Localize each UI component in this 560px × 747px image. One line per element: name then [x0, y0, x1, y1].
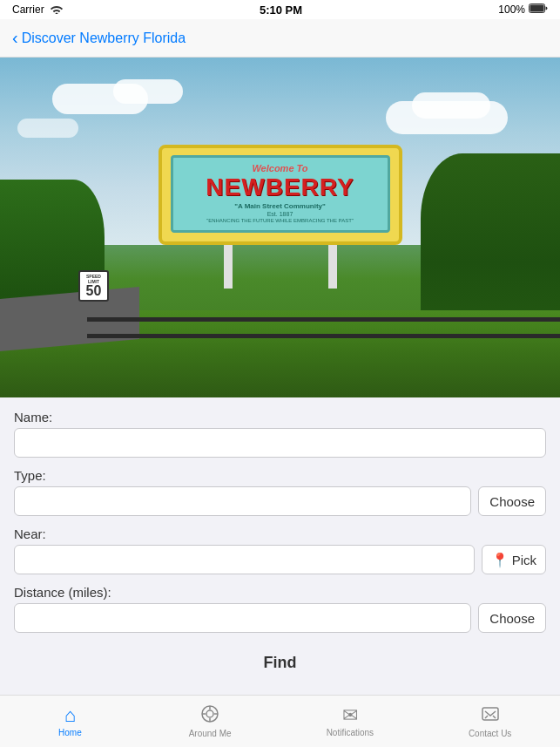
svg-rect-2: [530, 5, 543, 12]
contact-us-icon: [481, 704, 500, 726]
status-left: Carrier: [12, 3, 64, 17]
home-icon: ⌂: [64, 706, 76, 725]
type-input[interactable]: [14, 486, 471, 516]
sign-board: Welcome To NEWBERRY "A Main Street Commu…: [159, 145, 402, 245]
status-right: 100%: [498, 3, 548, 16]
near-row: Near: 📍 Pick: [14, 526, 546, 574]
speed-sign: SPEED LIMIT 50: [78, 270, 109, 302]
carrier-label: Carrier: [12, 3, 44, 16]
tab-contact-us[interactable]: Contact Us: [420, 696, 560, 747]
status-bar: Carrier 5:10 PM 100%: [0, 0, 560, 19]
tab-notifications-label: Notifications: [327, 728, 374, 737]
fence-rail: [87, 334, 560, 338]
svg-point-0: [55, 12, 57, 14]
pin-icon: 📍: [491, 552, 509, 568]
back-button[interactable]: ‹ Discover Newberry Florida: [12, 28, 186, 48]
near-input-row: 📍 Pick: [14, 545, 546, 574]
tab-bar: ⌂ Home Around Me ✉ Notifications: [0, 695, 560, 747]
name-label: Name:: [14, 410, 546, 424]
svg-line-11: [485, 716, 488, 718]
distance-label: Distance (miles):: [14, 585, 546, 600]
find-button[interactable]: Find: [238, 647, 323, 679]
near-input[interactable]: [14, 545, 475, 574]
sign-est: Est. 1887: [180, 211, 381, 217]
name-row: Name:: [14, 410, 546, 458]
sign-inner: Welcome To NEWBERRY "A Main Street Commu…: [171, 155, 390, 233]
tab-contact-us-label: Contact Us: [469, 729, 511, 738]
distance-input[interactable]: [14, 603, 471, 633]
tab-home[interactable]: ⌂ Home: [0, 696, 140, 747]
tab-notifications[interactable]: ✉ Notifications: [280, 696, 421, 747]
back-label: Discover Newberry Florida: [22, 31, 186, 46]
sign-posts: [159, 245, 402, 289]
hero-image: SPEED LIMIT 50 Welcome To NEWBERRY "A Ma…: [0, 58, 560, 397]
tab-around-me-label: Around Me: [189, 729, 232, 738]
cloud: [412, 92, 490, 119]
welcome-sign: Welcome To NEWBERRY "A Main Street Commu…: [159, 145, 402, 289]
cloud: [113, 79, 183, 104]
svg-rect-9: [482, 708, 498, 720]
wifi-symbol: [50, 3, 64, 17]
around-me-icon: [200, 704, 219, 726]
status-time: 5:10 PM: [260, 3, 302, 17]
battery-percent: 100%: [498, 3, 525, 16]
fence: [87, 310, 560, 345]
distance-input-row: Choose: [14, 603, 546, 633]
sign-welcome: Welcome To: [180, 163, 381, 173]
type-row: Type: Choose: [14, 468, 546, 516]
search-form: Name: Type: Choose Near: 📍 Pick Distance…: [0, 397, 560, 695]
sign-tagline: "A Main Street Community": [180, 202, 381, 210]
svg-line-10: [493, 716, 496, 718]
type-choose-button[interactable]: Choose: [478, 486, 546, 516]
name-input[interactable]: [14, 428, 546, 458]
speed-number: 50: [82, 284, 105, 298]
distance-row: Distance (miles): Choose: [14, 585, 546, 633]
notifications-icon: ✉: [342, 706, 358, 725]
type-input-row: Choose: [14, 486, 546, 516]
nav-bar: ‹ Discover Newberry Florida: [0, 19, 560, 58]
distance-choose-button[interactable]: Choose: [478, 603, 546, 633]
battery-icon: [529, 3, 548, 16]
pick-label: Pick: [512, 553, 536, 567]
tab-home-label: Home: [58, 728, 82, 737]
type-label: Type:: [14, 468, 546, 483]
fence-rail: [87, 317, 560, 322]
cloud: [17, 119, 78, 138]
sign-subtext: "ENHANCING THE FUTURE WHILE EMBRACING TH…: [180, 218, 381, 223]
near-pick-button[interactable]: 📍 Pick: [482, 545, 546, 574]
near-label: Near:: [14, 526, 546, 541]
back-arrow: ‹: [12, 28, 18, 48]
svg-point-4: [206, 710, 213, 717]
sign-newberry: NEWBERRY: [180, 175, 381, 200]
sign-post: [224, 245, 233, 289]
tab-around-me[interactable]: Around Me: [140, 696, 280, 747]
sign-post: [328, 245, 337, 289]
